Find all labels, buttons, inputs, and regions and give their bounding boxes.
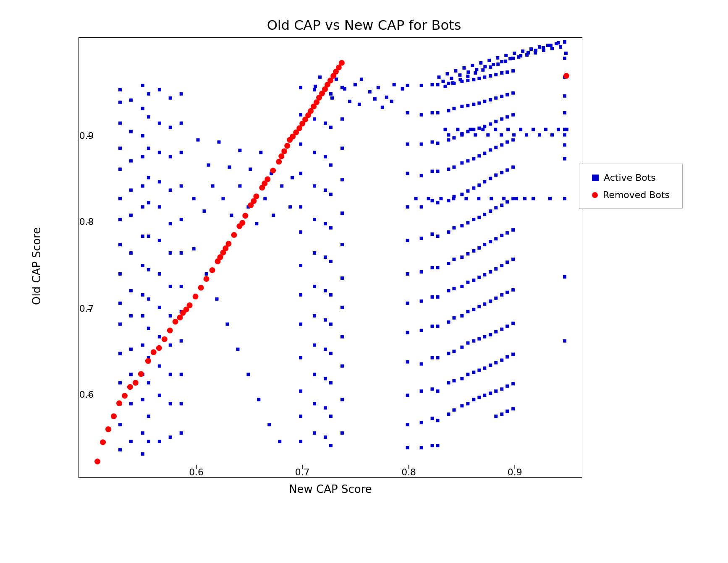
svg-rect-58 [141, 452, 144, 456]
svg-rect-432 [466, 70, 470, 74]
svg-rect-144 [324, 435, 327, 439]
svg-rect-98 [180, 151, 183, 154]
svg-rect-497 [452, 197, 455, 200]
svg-rect-493 [563, 133, 566, 137]
svg-rect-117 [299, 356, 302, 360]
svg-rect-127 [313, 285, 316, 288]
svg-rect-305 [489, 74, 492, 78]
svg-point-526 [187, 302, 193, 308]
svg-rect-332 [500, 117, 503, 121]
svg-rect-418 [228, 165, 231, 169]
svg-rect-324 [494, 267, 498, 271]
svg-point-519 [156, 345, 162, 351]
svg-rect-459 [466, 75, 469, 78]
svg-rect-225 [447, 199, 450, 202]
svg-point-539 [242, 213, 248, 219]
svg-rect-302 [483, 335, 486, 339]
svg-rect-288 [477, 276, 481, 279]
svg-rect-173 [406, 205, 409, 209]
svg-rect-304 [483, 394, 486, 397]
svg-rect-458 [458, 78, 462, 81]
svg-rect-377 [318, 76, 322, 79]
svg-point-517 [145, 358, 151, 364]
svg-rect-436 [483, 65, 487, 68]
svg-rect-410 [236, 348, 239, 351]
svg-rect-72 [158, 88, 161, 91]
svg-rect-293 [483, 76, 486, 79]
svg-rect-95 [169, 435, 172, 439]
svg-rect-316 [489, 391, 492, 395]
svg-rect-434 [475, 68, 478, 71]
svg-rect-105 [180, 373, 183, 376]
svg-rect-179 [406, 394, 409, 397]
svg-rect-314 [489, 333, 492, 336]
svg-rect-469 [542, 46, 545, 50]
svg-rect-92 [169, 344, 172, 347]
svg-rect-260 [466, 159, 469, 162]
svg-rect-151 [329, 293, 333, 297]
svg-rect-328 [494, 389, 498, 393]
svg-rect-310 [489, 209, 492, 213]
svg-rect-362 [511, 228, 515, 232]
svg-rect-269 [472, 78, 475, 81]
svg-rect-17 [118, 101, 122, 104]
svg-rect-466 [519, 54, 522, 57]
svg-rect-282 [477, 102, 481, 105]
svg-rect-307 [489, 123, 492, 126]
svg-rect-318 [494, 96, 498, 100]
svg-rect-220 [436, 444, 440, 447]
y-axis-label: Old CAP Score [28, 46, 45, 486]
svg-rect-416 [207, 163, 210, 167]
svg-point-538 [239, 220, 245, 226]
svg-rect-447 [529, 47, 533, 51]
legend-item-active-bots: Active Bots [592, 172, 670, 183]
svg-rect-439 [496, 56, 499, 60]
svg-rect-393 [390, 100, 393, 103]
svg-rect-382 [360, 78, 363, 81]
svg-point-516 [138, 371, 144, 377]
svg-point-569 [339, 60, 345, 66]
svg-rect-195 [431, 83, 434, 86]
svg-rect-301 [483, 302, 486, 306]
svg-point-518 [151, 349, 157, 355]
svg-rect-31 [118, 448, 122, 451]
svg-rect-123 [313, 151, 316, 154]
svg-rect-243 [452, 379, 456, 382]
svg-rect-50 [141, 235, 144, 238]
svg-rect-419 [238, 149, 241, 152]
svg-rect-153 [329, 352, 333, 355]
svg-rect-36 [129, 214, 133, 217]
svg-point-514 [127, 384, 133, 390]
svg-rect-480 [532, 128, 535, 131]
svg-point-530 [209, 267, 215, 273]
svg-rect-190 [420, 329, 423, 332]
svg-rect-110 [299, 143, 302, 146]
svg-rect-235 [452, 136, 456, 140]
svg-rect-290 [477, 337, 481, 341]
svg-rect-355 [505, 409, 509, 413]
svg-rect-85 [169, 126, 172, 129]
svg-rect-156 [329, 444, 333, 447]
svg-rect-200 [431, 232, 434, 236]
svg-rect-91 [169, 314, 172, 318]
svg-rect-276 [472, 279, 475, 282]
svg-rect-406 [192, 247, 196, 250]
svg-rect-81 [158, 365, 161, 368]
svg-rect-390 [358, 103, 361, 106]
svg-rect-387 [401, 87, 404, 91]
svg-rect-106 [180, 402, 183, 405]
svg-text:0.8: 0.8 [79, 216, 94, 227]
svg-rect-462 [489, 65, 492, 69]
svg-rect-254 [460, 346, 464, 349]
svg-rect-354 [505, 384, 509, 388]
svg-point-528 [198, 285, 204, 291]
svg-rect-240 [452, 287, 456, 290]
svg-rect-401 [255, 222, 258, 225]
svg-point-513 [122, 393, 128, 399]
svg-rect-183 [420, 113, 423, 117]
svg-rect-232 [447, 412, 450, 416]
svg-rect-424 [291, 176, 294, 179]
svg-rect-176 [406, 302, 409, 305]
svg-rect-502 [515, 197, 518, 200]
svg-rect-487 [486, 133, 490, 137]
